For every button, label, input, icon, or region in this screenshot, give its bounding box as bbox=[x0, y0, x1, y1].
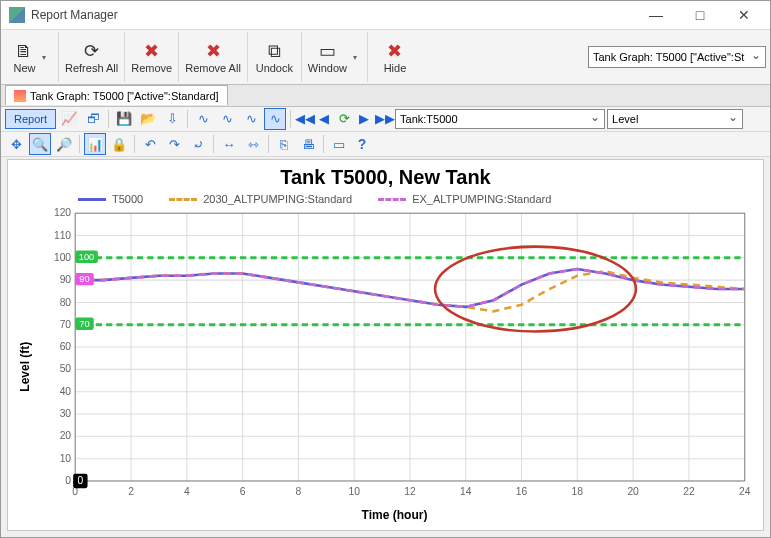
print-icon[interactable]: 🖶 bbox=[297, 133, 319, 155]
chart-tool-icon[interactable]: 🗗 bbox=[82, 108, 104, 130]
window-label: Window bbox=[308, 62, 347, 74]
legend-label: EX_ALTPUMPING:Standard bbox=[412, 193, 551, 205]
help-icon[interactable]: ? bbox=[352, 136, 372, 152]
hide-icon: ✖ bbox=[387, 40, 402, 62]
refresh-all-button[interactable]: ⟳ Refresh All bbox=[59, 32, 125, 82]
redo-icon[interactable]: ↷ bbox=[163, 133, 185, 155]
tab-label: Tank Graph: T5000 ["Active":Standard] bbox=[30, 90, 219, 102]
remove-label: Remove bbox=[131, 62, 172, 74]
svg-text:20: 20 bbox=[627, 487, 639, 498]
copy-icon[interactable]: ⎘ bbox=[273, 133, 295, 155]
svg-text:16: 16 bbox=[516, 487, 528, 498]
chart-toolbar: Report 📈 🗗 💾 📂 ⇩ ∿ ∿ ∿ ∿ ◀◀ ◀ ⟳ ▶ ▶▶ Tan… bbox=[1, 107, 770, 132]
series-select-value: Level bbox=[612, 113, 638, 125]
undock-icon: ⧉ bbox=[268, 40, 281, 62]
new-button[interactable]: 🗎 New ▾ bbox=[5, 32, 59, 82]
maximize-button[interactable]: □ bbox=[678, 1, 722, 29]
svg-text:110: 110 bbox=[54, 230, 71, 241]
chart-panel: Tank T5000, New Tank T5000 2030_ALTPUMPI… bbox=[7, 159, 764, 531]
legend-swatch bbox=[78, 198, 106, 201]
tabstrip: Tank Graph: T5000 ["Active":Standard] bbox=[1, 85, 770, 107]
svg-text:24: 24 bbox=[739, 487, 751, 498]
undock-button[interactable]: ⧉ Undock bbox=[248, 32, 302, 82]
svg-text:80: 80 bbox=[60, 297, 72, 308]
main-toolbar: 🗎 New ▾ ⟳ Refresh All ✖ Remove ✖ Remove … bbox=[1, 30, 770, 85]
lock-icon[interactable]: 🔒 bbox=[108, 133, 130, 155]
svg-text:90: 90 bbox=[79, 274, 89, 284]
tank-select[interactable]: Tank:T5000 bbox=[395, 109, 605, 129]
legend-label: 2030_ALTPUMPING:Standard bbox=[203, 193, 352, 205]
fit-icon[interactable]: ⇿ bbox=[242, 133, 264, 155]
first-button[interactable]: ◀◀ bbox=[295, 111, 313, 126]
remove-all-icon: ✖ bbox=[206, 40, 221, 62]
reset-icon[interactable]: ⤾ bbox=[187, 133, 209, 155]
prev-button[interactable]: ◀ bbox=[315, 111, 333, 126]
plot: 0102030405060708090100110120024681012141… bbox=[34, 207, 755, 526]
props-icon[interactable]: ▭ bbox=[328, 133, 350, 155]
refresh-label: Refresh All bbox=[65, 62, 118, 74]
svg-text:30: 30 bbox=[60, 408, 72, 419]
svg-text:4: 4 bbox=[184, 487, 190, 498]
zoom-toolbar: ✥ 🔍 🔎 📊 🔒 ↶ ↷ ⤾ ↔ ⇿ ⎘ 🖶 ▭ ? bbox=[1, 132, 770, 157]
legend-swatch bbox=[169, 198, 197, 201]
svg-text:14: 14 bbox=[460, 487, 472, 498]
chart-type-icon[interactable]: ∿ bbox=[192, 108, 214, 130]
svg-text:70: 70 bbox=[79, 319, 89, 329]
close-button[interactable]: ✕ bbox=[722, 1, 766, 29]
chart-svg: 0102030405060708090100110120024681012141… bbox=[34, 207, 755, 506]
remove-all-button[interactable]: ✖ Remove All bbox=[179, 32, 248, 82]
chevron-down-icon[interactable]: ▾ bbox=[38, 53, 50, 62]
pan-icon[interactable]: ✥ bbox=[5, 133, 27, 155]
remove-button[interactable]: ✖ Remove bbox=[125, 32, 179, 82]
zoom-in-icon[interactable]: 🔍 bbox=[29, 133, 51, 155]
legend-item: T5000 bbox=[78, 193, 143, 205]
chart-title: Tank T5000, New Tank bbox=[8, 160, 763, 189]
undock-label: Undock bbox=[256, 62, 293, 74]
next-button[interactable]: ▶ bbox=[355, 111, 373, 126]
x-axis-label: Time (hour) bbox=[34, 506, 755, 526]
minimize-button[interactable]: — bbox=[634, 1, 678, 29]
remove-icon: ✖ bbox=[144, 40, 159, 62]
zoom-out-icon[interactable]: 🔎 bbox=[53, 133, 75, 155]
svg-text:90: 90 bbox=[60, 275, 72, 286]
chart-type-icon[interactable]: ∿ bbox=[264, 108, 286, 130]
export-icon[interactable]: ⇩ bbox=[161, 108, 183, 130]
legend-item: 2030_ALTPUMPING:Standard bbox=[169, 193, 352, 205]
window-button[interactable]: ▭ Window ▾ bbox=[302, 32, 368, 82]
report-button[interactable]: Report bbox=[5, 109, 56, 129]
app-icon bbox=[9, 7, 25, 23]
svg-text:100: 100 bbox=[79, 252, 94, 262]
chevron-down-icon[interactable]: ▾ bbox=[349, 53, 361, 62]
tank-graph-select[interactable]: Tank Graph: T5000 ["Active":St bbox=[588, 46, 766, 68]
window-icon: ▭ bbox=[319, 40, 336, 62]
window-controls: — □ ✕ bbox=[634, 1, 766, 29]
chart-icon bbox=[14, 90, 26, 102]
chart-tool-icon[interactable]: 📈 bbox=[58, 108, 80, 130]
chart-config-icon[interactable]: 📊 bbox=[84, 133, 106, 155]
new-label: New bbox=[13, 62, 35, 74]
hide-button[interactable]: ✖ Hide bbox=[368, 32, 422, 82]
svg-text:50: 50 bbox=[60, 364, 72, 375]
svg-text:70: 70 bbox=[60, 319, 72, 330]
svg-point-55 bbox=[435, 247, 636, 332]
open-icon[interactable]: 📂 bbox=[137, 108, 159, 130]
chart-type-icon[interactable]: ∿ bbox=[216, 108, 238, 130]
svg-text:0: 0 bbox=[77, 475, 83, 486]
save-icon[interactable]: 💾 bbox=[113, 108, 135, 130]
svg-text:2: 2 bbox=[128, 487, 134, 498]
svg-text:100: 100 bbox=[54, 252, 71, 263]
y-axis-label: Level (ft) bbox=[16, 207, 34, 526]
svg-text:10: 10 bbox=[60, 453, 72, 464]
remove-all-label: Remove All bbox=[185, 62, 241, 74]
chart-type-icon[interactable]: ∿ bbox=[240, 108, 262, 130]
undo-icon[interactable]: ↶ bbox=[139, 133, 161, 155]
last-button[interactable]: ▶▶ bbox=[375, 111, 393, 126]
tab-tank-graph[interactable]: Tank Graph: T5000 ["Active":Standard] bbox=[5, 85, 228, 105]
play-button[interactable]: ⟳ bbox=[335, 111, 353, 126]
hide-label: Hide bbox=[384, 62, 407, 74]
window-title: Report Manager bbox=[31, 8, 634, 22]
series-select[interactable]: Level bbox=[607, 109, 743, 129]
svg-text:120: 120 bbox=[54, 208, 71, 219]
width-icon[interactable]: ↔ bbox=[218, 133, 240, 155]
svg-text:60: 60 bbox=[60, 341, 72, 352]
